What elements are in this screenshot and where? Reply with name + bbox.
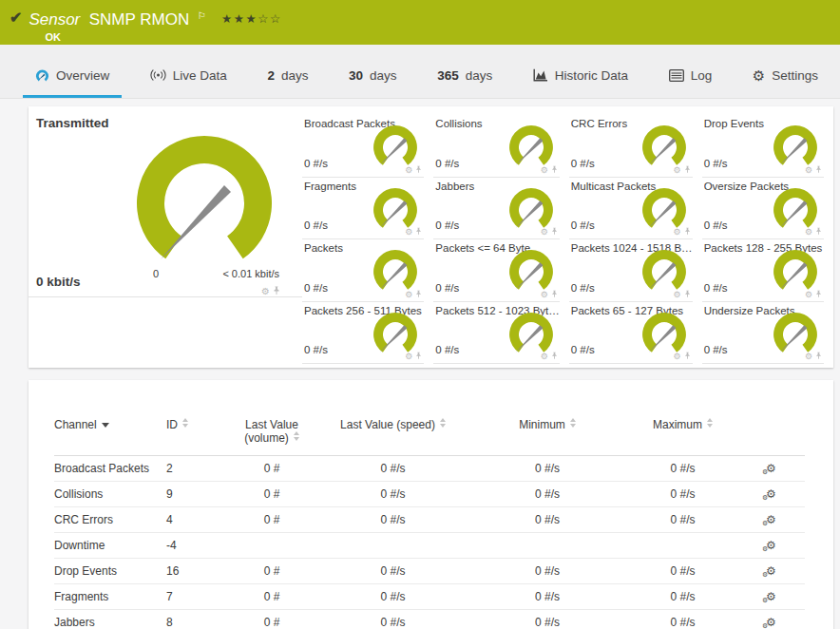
gear-icon[interactable]: ⚙ — [405, 228, 412, 237]
channel-settings-gears-icon[interactable]: ⚙⚙ — [766, 591, 776, 602]
channel-name-cell[interactable]: CRC Errors — [54, 507, 166, 533]
pin-icon[interactable] — [415, 290, 422, 300]
column-header[interactable] — [737, 380, 805, 456]
channel-settings-gears-icon[interactable]: ⚙⚙ — [766, 514, 776, 525]
channel-gauge-value: 0 #/s — [435, 158, 459, 169]
gear-icon[interactable]: ⚙ — [674, 166, 681, 175]
check-icon: ✔ — [10, 9, 22, 27]
tab-historic-data[interactable]: Historic Data — [521, 45, 640, 98]
channel-gauge-tile[interactable]: Fragments 0 #/s ⚙ — [302, 178, 433, 240]
channel-gauge-tile[interactable]: Jabbers 0 #/s ⚙ — [433, 178, 568, 240]
column-header[interactable]: Maximum — [628, 380, 737, 456]
tab-30-days[interactable]: 30 days — [336, 45, 410, 98]
channel-gauge-tile[interactable]: Packets 65 - 127 Bytes 0 #/s ⚙ — [569, 302, 702, 365]
channel-gauge-tile[interactable]: Multicast Packets 0 #/s ⚙ — [569, 178, 702, 240]
channel-gauge-tile[interactable]: Packets 256 - 511 Bytes 0 #/s ⚙ — [302, 302, 433, 365]
channel-name-cell[interactable]: Downtime — [54, 533, 166, 559]
gear-icon[interactable]: ⚙ — [405, 166, 412, 175]
pin-icon[interactable] — [684, 227, 691, 238]
pin-icon[interactable] — [684, 352, 691, 362]
channel-gauge — [639, 185, 690, 233]
pin-icon[interactable] — [551, 165, 558, 176]
pin-icon[interactable] — [551, 290, 558, 300]
gear-icon[interactable]: ⚙ — [674, 228, 681, 237]
channel-gauge — [506, 123, 557, 170]
pin-icon[interactable] — [815, 227, 822, 238]
gear-icon[interactable]: ⚙ — [261, 287, 270, 296]
maximum-cell: 0 #/s — [628, 584, 737, 610]
tab-label: days — [466, 68, 493, 83]
pin-icon[interactable] — [815, 165, 822, 176]
gear-icon[interactable]: ⚙ — [674, 353, 681, 361]
channel-settings-gears-icon[interactable]: ⚙⚙ — [766, 617, 776, 628]
maximum-cell: 0 #/s — [628, 610, 737, 629]
gear-icon[interactable]: ⚙ — [405, 291, 412, 299]
tab-number: 365 — [437, 68, 459, 83]
column-header[interactable]: Minimum — [467, 380, 628, 456]
channel-gauge-tile[interactable]: Packets 0 #/s ⚙ — [302, 239, 433, 302]
priority-stars[interactable]: ★★★☆☆ — [221, 12, 282, 26]
tab-overview[interactable]: Overview — [23, 45, 122, 98]
channel-gauge — [770, 185, 821, 233]
tab-365-days[interactable]: 365 days — [425, 45, 505, 98]
pin-icon[interactable] — [551, 227, 558, 238]
pin-icon[interactable] — [815, 352, 822, 362]
channel-gauge-value: 0 #/s — [571, 344, 595, 355]
column-header[interactable]: ID — [166, 380, 224, 456]
gear-icon[interactable]: ⚙ — [405, 353, 412, 361]
gear-icon[interactable]: ⚙ — [805, 166, 812, 175]
channel-name-cell[interactable]: Fragments — [54, 584, 166, 610]
channel-name-cell[interactable]: Collisions — [54, 482, 166, 507]
minimum-cell — [467, 533, 628, 559]
channel-gauge-tile[interactable]: Packets 512 - 1023 Byt… 0 #/s ⚙ — [433, 302, 568, 365]
channel-id-cell: 16 — [166, 559, 224, 584]
gear-icon[interactable]: ⚙ — [541, 353, 548, 361]
channel-gauge-tile[interactable]: Packets 128 - 255 Bytes 0 #/s ⚙ — [702, 239, 833, 302]
last-value-volume-cell: 0 # — [224, 584, 319, 610]
channel-gauge-tile[interactable]: Packets <= 64 Byte 0 #/s ⚙ — [433, 239, 568, 302]
pin-icon[interactable] — [684, 165, 691, 176]
channel-settings-gears-icon[interactable]: ⚙⚙ — [766, 540, 776, 551]
pin-icon[interactable] — [415, 227, 422, 238]
channel-name-cell[interactable]: Broadcast Packets — [54, 456, 166, 482]
channel-settings-gears-icon[interactable]: ⚙⚙ — [766, 565, 776, 577]
last-value-speed-cell: 0 #/s — [319, 559, 467, 584]
table-row: Broadcast Packets 2 0 # 0 #/s 0 #/s 0 #/… — [54, 456, 805, 482]
column-header[interactable]: Last Value (speed) — [319, 380, 467, 456]
tab-2-days[interactable]: 2 days — [255, 45, 320, 98]
column-header[interactable]: Channel — [54, 380, 166, 456]
channel-gauge-tile[interactable]: Broadcast Packets 0 #/s ⚙ — [302, 115, 433, 178]
pin-icon[interactable] — [415, 352, 422, 362]
channel-gauge-tile[interactable]: Collisions 0 #/s ⚙ — [433, 115, 568, 178]
channel-gauge-tile[interactable]: CRC Errors 0 #/s ⚙ — [569, 115, 702, 178]
pin-icon[interactable] — [551, 352, 558, 362]
column-header[interactable]: Last Value (volume) — [224, 380, 319, 456]
channel-settings-gears-icon[interactable]: ⚙⚙ — [766, 488, 776, 500]
tab-live-data[interactable]: Live Data — [138, 45, 239, 98]
channel-settings-gears-icon[interactable]: ⚙⚙ — [766, 463, 776, 474]
pin-icon[interactable] — [815, 290, 822, 300]
gear-icon[interactable]: ⚙ — [541, 291, 548, 299]
channel-name-cell[interactable]: Drop Events — [54, 559, 166, 584]
gear-icon[interactable]: ⚙ — [805, 353, 812, 361]
table-row: Drop Events 16 0 # 0 #/s 0 #/s 0 #/s ⚙⚙ — [54, 559, 805, 584]
channel-gauge-tile[interactable]: Drop Events 0 #/s ⚙ — [702, 115, 833, 178]
channel-gauge-tile[interactable]: Oversize Packets 0 #/s ⚙ — [702, 178, 833, 240]
pin-icon[interactable] — [684, 290, 691, 300]
channel-gauge-tile[interactable]: Undersize Packets 0 #/s ⚙ — [702, 302, 833, 365]
tab-settings[interactable]: ⚙ Settings — [740, 45, 830, 98]
sensor-header: ✔ Sensor SNMP RMON ⚐ ★★★☆☆ OK — [0, 0, 840, 45]
channel-gauge — [770, 247, 821, 295]
channel-gauge-tile[interactable]: Packets 1024 - 1518 B… 0 #/s ⚙ — [569, 239, 702, 302]
minimum-cell: 0 #/s — [467, 559, 628, 584]
channel-name-cell[interactable]: Jabbers — [54, 610, 166, 629]
pin-icon[interactable] — [415, 165, 422, 176]
tab-log[interactable]: Log — [657, 45, 725, 98]
gear-icon[interactable]: ⚙ — [674, 291, 681, 299]
gear-icon[interactable]: ⚙ — [805, 291, 812, 299]
gear-icon[interactable]: ⚙ — [805, 228, 812, 237]
last-value-speed-cell: 0 #/s — [319, 610, 467, 629]
channel-gauge — [770, 310, 821, 357]
gear-icon[interactable]: ⚙ — [541, 166, 548, 175]
gear-icon[interactable]: ⚙ — [541, 228, 548, 237]
